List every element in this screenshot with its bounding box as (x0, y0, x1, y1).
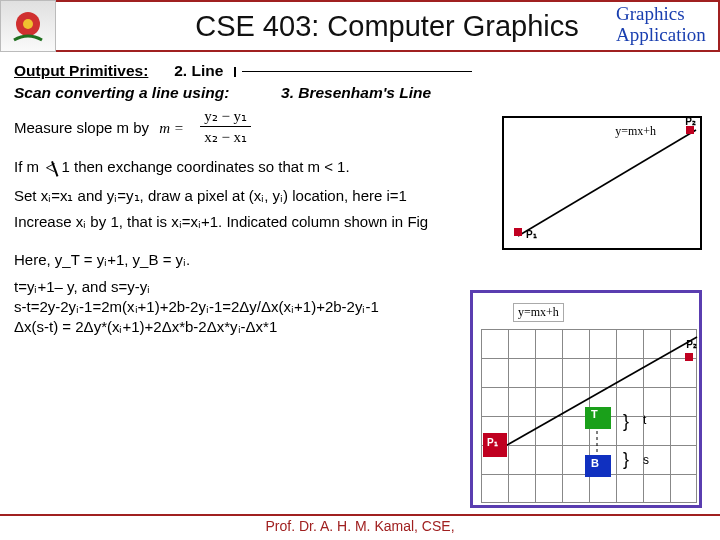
not-less-than-icon: < (45, 156, 55, 180)
separator-line-icon (242, 71, 472, 72)
brace-t-icon: } (623, 411, 629, 432)
footer-text: Prof. Dr. A. H. M. Kamal, CSE, (265, 518, 454, 534)
subtitle: Scan converting a line using: (14, 84, 229, 101)
section-row: Output Primitives: 2. Line (14, 62, 706, 80)
if-m-post: 1 then exchange coordinates so that m < … (62, 158, 350, 175)
subtitle-row: Scan converting a line using: 3. Bresenh… (14, 84, 706, 102)
tag-line-1: Graphics (616, 3, 685, 24)
fig1-label-p1: P₁ (526, 229, 537, 240)
fig2-label-p1: P₁ (487, 437, 498, 448)
section-label: Output Primitives: (14, 62, 148, 79)
fig2-label-small-s: s (643, 453, 649, 467)
logo-icon (0, 0, 56, 52)
figure-bresenham-grid: y=mx+h P₁ T B P₂ } t } s (470, 290, 702, 508)
if-m-pre: If m (14, 158, 39, 175)
fig2-label-p2: P₂ (686, 339, 697, 350)
tag-line-2: Application (616, 24, 706, 45)
fraction-denominator: x₂ − x₁ (200, 127, 251, 147)
m-equals: m = (159, 120, 184, 136)
fig1-label-p2: P₂ (685, 116, 696, 127)
separator-tick-icon (234, 67, 236, 77)
fig2-t-box-icon (585, 407, 611, 429)
slope-text: Measure slope m by (14, 119, 149, 136)
fig1-equation: y=mx+h (615, 124, 656, 139)
svg-point-1 (23, 19, 33, 29)
figure-line-basic: y=mx+h P₁ P₂ (502, 116, 702, 250)
item-number: 2. Line (174, 62, 223, 79)
fraction-numerator: y₂ − y₁ (200, 106, 251, 127)
fig2-label-small-t: t (643, 413, 646, 427)
method-name: 3. Bresenham's Line (281, 84, 431, 101)
brace-s-icon: } (623, 449, 629, 470)
fig1-point-p1-icon (514, 228, 522, 236)
svg-line-3 (493, 337, 697, 453)
slope-fraction-icon: y₂ − y₁ x₂ − x₁ (200, 106, 251, 148)
application-tag: Graphics Application (610, 0, 720, 50)
footer-author: Prof. Dr. A. H. M. Kamal, CSE, (0, 514, 720, 534)
fig2-label-b: B (591, 457, 599, 469)
fig2-label-t: T (591, 408, 598, 420)
fig1-point-p2-icon (686, 126, 694, 134)
svg-line-2 (518, 130, 696, 236)
fig2-point-p2-icon (685, 353, 693, 361)
line-here: Here, y_T = yᵢ+1, y_B = yᵢ. (14, 250, 706, 270)
